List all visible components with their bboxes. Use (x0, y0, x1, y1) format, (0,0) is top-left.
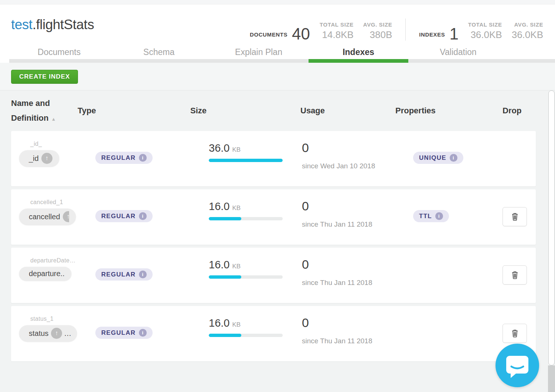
usage-count: 0 (302, 200, 395, 212)
drop-index-button[interactable] (503, 324, 527, 343)
index-definition-pill: status ↑ … (19, 325, 77, 341)
index-row-departure-date: departureDate… departure.. REGULAR i 16.… (11, 248, 536, 303)
index-type-badge[interactable]: REGULAR i (95, 268, 153, 281)
index-properties-cell: UNIQUE i (395, 131, 503, 186)
indexes-table: Name and Definition▲ Type Size Usage Pro… (0, 90, 555, 392)
collection-stats: DOCUMENTS 40 TOTAL SIZE 14.8KB AVG. SIZE… (250, 18, 543, 41)
scrollbar-track[interactable] (548, 365, 555, 392)
ascending-arrow-icon: ↑ (63, 211, 69, 222)
ascending-arrow-icon: ↑ (51, 328, 62, 339)
index-size-unit: KB (232, 321, 241, 328)
index-usage-cell: 0 since Thu Jan 11 2018 (300, 248, 395, 303)
index-field: status (29, 329, 48, 338)
index-type-badge[interactable]: REGULAR i (95, 210, 153, 222)
index-field: cancelled (29, 213, 60, 221)
index-type-label: REGULAR (101, 213, 136, 220)
index-type-cell: REGULAR i (78, 189, 190, 245)
trash-icon (511, 329, 519, 338)
database-name: test (11, 17, 33, 32)
info-icon: i (139, 154, 147, 162)
index-type-cell: REGULAR i (78, 131, 190, 186)
indexes-stat-label: INDEXES (419, 31, 445, 41)
size-bar (209, 159, 283, 162)
usage-count: 0 (302, 316, 395, 329)
ascending-arrow-icon: ↑ (41, 153, 52, 164)
index-drop-cell (503, 131, 536, 186)
indexes-stat: INDEXES 1 (419, 27, 459, 41)
documents-stat: DOCUMENTS 40 (250, 27, 310, 41)
scrollbar-thumb[interactable] (548, 90, 555, 365)
index-type-label: REGULAR (101, 154, 136, 162)
index-property-badge[interactable]: TTL i (413, 210, 449, 222)
index-usage-cell: 0 since Thu Jan 11 2018 (300, 189, 395, 245)
index-usage-cell: 0 since Thu Jan 11 2018 (300, 306, 395, 361)
index-size-cell: 16.0 KB (190, 248, 300, 303)
create-index-button[interactable]: CREATE INDEX (11, 70, 78, 84)
indexes-avg-size-stat: AVG. SIZE 36.0KB (512, 21, 543, 41)
documents-stat-value: 40 (292, 27, 310, 41)
index-type-label: REGULAR (101, 271, 136, 278)
index-table-header: Name and Definition▲ Type Size Usage Pro… (11, 90, 536, 131)
index-name-cell: cancelled_1 cancelled ↑ (11, 189, 78, 245)
drop-index-button[interactable] (503, 207, 527, 226)
column-header-name-line1: Name and (11, 99, 50, 108)
indexes-total-size-stat: TOTAL SIZE 36.0KB (468, 21, 502, 41)
index-size-value: 16.0 (209, 318, 229, 329)
index-type-badge[interactable]: REGULAR i (95, 152, 153, 164)
info-icon: i (139, 271, 147, 278)
index-size-value: 16.0 (209, 201, 229, 212)
column-header-name-definition[interactable]: Name and Definition▲ (11, 96, 78, 125)
collection-name: flightStats (36, 17, 94, 32)
size-bar-fill (209, 334, 241, 337)
tab-underline-track (9, 59, 555, 63)
index-definition-pill: _id ↑ (19, 150, 59, 166)
index-size-value: 16.0 (209, 259, 229, 270)
index-drop-cell (503, 248, 536, 303)
size-bar-fill (209, 159, 283, 162)
stats-divider (405, 18, 406, 41)
index-type-label: REGULAR (101, 329, 136, 337)
collection-title: test.flightStats (11, 17, 94, 32)
index-properties-cell (395, 248, 503, 303)
index-name-cell: status_1 status ↑ … (11, 306, 78, 361)
indexes-avg-size-label: AVG. SIZE (514, 21, 543, 28)
usage-count: 0 (302, 141, 395, 154)
size-bar-fill (209, 275, 241, 279)
usage-since: since Thu Jan 11 2018 (302, 337, 395, 345)
documents-total-size-label: TOTAL SIZE (320, 21, 354, 28)
size-bar-fill (209, 217, 241, 220)
index-field: _id (29, 154, 39, 163)
index-size-value: 36.0 (209, 143, 229, 154)
info-icon: i (450, 154, 457, 162)
documents-stat-label: DOCUMENTS (250, 31, 287, 41)
indexes-total-size-value: 36.0KB (470, 29, 502, 41)
chat-launcher-button[interactable] (496, 344, 539, 387)
usage-count: 0 (302, 258, 395, 271)
indexes-total-size-label: TOTAL SIZE (468, 21, 502, 28)
index-size-cell: 16.0 KB (190, 189, 300, 245)
index-property-badge[interactable]: UNIQUE i (413, 152, 463, 164)
drop-index-button[interactable] (503, 265, 527, 285)
index-size-cell: 16.0 KB (190, 306, 300, 361)
info-icon: i (139, 329, 147, 337)
index-properties-cell (395, 306, 503, 361)
index-name: cancelled_1 (30, 199, 78, 206)
indexes-toolbar: CREATE INDEX (0, 63, 555, 90)
index-definition-pill: departure.. (19, 267, 71, 281)
index-usage-cell: 0 since Wed Jan 10 2018 (300, 131, 395, 186)
usage-since: since Thu Jan 11 2018 (302, 279, 395, 287)
documents-total-size-stat: TOTAL SIZE 14.8KB (320, 21, 354, 41)
index-type-badge[interactable]: REGULAR i (95, 327, 153, 339)
documents-avg-size-label: AVG. SIZE (363, 21, 392, 28)
chat-bubble-icon (506, 355, 529, 378)
index-row-id: _id_ _id ↑ REGULAR i 36.0 KB (11, 131, 536, 186)
index-row-cancelled-1: cancelled_1 cancelled ↑ REGULAR i 16.0 K… (11, 189, 536, 245)
info-icon: i (435, 212, 443, 220)
column-header-usage: Usage (300, 106, 395, 116)
namespace-separator: . (33, 17, 36, 32)
collection-header: test.flightStats DOCUMENTS 40 TOTAL SIZE… (0, 4, 555, 63)
index-property-label: TTL (419, 213, 432, 220)
index-name: _id_ (30, 141, 78, 147)
compass-collection-view: test.flightStats DOCUMENTS 40 TOTAL SIZE… (0, 0, 555, 392)
column-header-drop: Drop (503, 106, 536, 116)
